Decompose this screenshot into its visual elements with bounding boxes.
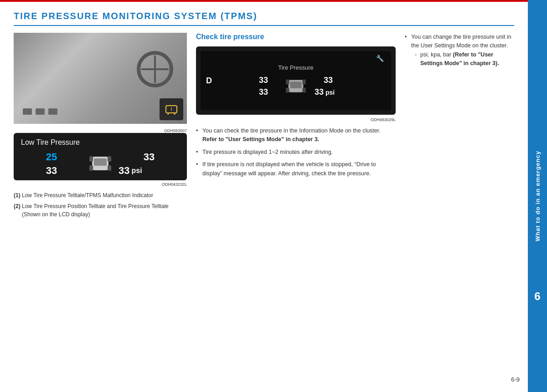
cluster-car-icon xyxy=(283,76,309,97)
right-column: You can change the tire pressure unit in… xyxy=(405,33,514,221)
image-label-2: ODH043232L xyxy=(14,182,187,187)
bullet-3-text: If tire pressure is not displayed when t… xyxy=(202,161,376,176)
svg-rect-11 xyxy=(290,81,301,88)
cluster-front-right: 33 xyxy=(315,76,342,85)
front-left-pressure: 25 xyxy=(21,151,82,163)
rear-right-with-unit: 33 psi xyxy=(119,165,180,177)
cluster-front-left: 33 xyxy=(250,76,277,85)
chapter-box: 6 xyxy=(528,283,547,310)
list-item-2: Low Tire Pressure Position Telltale and … xyxy=(14,202,187,219)
front-right-pressure: 33 xyxy=(119,151,180,163)
cluster-rear-left: 33 xyxy=(250,87,277,97)
middle-column: Check tire pressure 🔧 D Tire Pressure 33 xyxy=(196,33,396,221)
bullet-item-1: You can check the tire pressure in the I… xyxy=(196,127,396,144)
bullet-item-3: If tire pressure is not displayed when t… xyxy=(196,160,396,178)
svg-text:!: ! xyxy=(170,107,172,112)
svg-rect-13 xyxy=(303,79,306,84)
right-bullet-1: You can change the tire pressure unit in… xyxy=(405,33,514,68)
right-sub-bullet-1: psi, kpa, bar (Refer to "User Settings M… xyxy=(411,51,514,68)
content-columns: ! ODH063007 Low Tire Pressure 25 xyxy=(14,33,514,221)
svg-rect-15 xyxy=(303,87,306,92)
bullet-1-bold: Refer to "User Settings Mode" in chapter… xyxy=(202,136,319,143)
tpms-warning-overlay: ! xyxy=(160,98,183,120)
cluster-display: 🔧 D Tire Pressure 33 xyxy=(196,46,396,115)
right-sub-bullet-bold: (Refer to "User Settings Mode" in chapte… xyxy=(420,51,499,66)
image-label-1: ODH063007 xyxy=(14,128,187,133)
tpms-warning-icon: ! xyxy=(163,101,180,117)
rear-right-pressure: 33 xyxy=(119,165,129,177)
dash-button-1 xyxy=(23,108,32,115)
cluster-rear-right-unit: 33 psi xyxy=(315,87,342,97)
cluster-rear-right: 33 xyxy=(315,87,324,97)
svg-rect-7 xyxy=(108,156,111,162)
bullet-2-text: Tire pressure is displayed 1~2 minutes a… xyxy=(202,149,333,155)
section-title: Check tire pressure xyxy=(196,33,396,41)
low-pressure-display: Low Tire Pressure 25 xyxy=(14,133,187,180)
dash-button-3 xyxy=(48,108,57,115)
svg-rect-9 xyxy=(108,165,111,171)
pressure-unit: psi xyxy=(131,167,142,175)
steering-wheel-icon xyxy=(137,51,173,87)
right-sidebar: What to do in an emergency 6 xyxy=(528,0,547,392)
cluster-tire-text: Tire Pressure xyxy=(278,64,314,71)
list-item-1: Low Tire Pressure Telltale/TPMS Malfunct… xyxy=(14,191,187,199)
pressure-grid: 25 33 xyxy=(21,151,180,177)
cluster-unit: psi xyxy=(325,89,335,96)
page-title: TIRE PRESSURE MONITORING SYSTEM (TPMS) xyxy=(14,11,514,26)
chapter-number: 6 xyxy=(534,290,540,303)
cluster-d-label: D xyxy=(206,76,212,86)
car-top-view-icon xyxy=(86,152,115,176)
wrench-icon: 🔧 xyxy=(376,55,384,62)
svg-rect-8 xyxy=(89,165,93,171)
numbered-list: Low Tire Pressure Telltale/TPMS Malfunct… xyxy=(14,191,187,219)
dash-button-2 xyxy=(36,108,45,115)
svg-rect-5 xyxy=(94,158,107,166)
cluster-car-top-view xyxy=(283,76,309,97)
dashboard-details xyxy=(23,108,57,115)
svg-rect-12 xyxy=(286,79,289,84)
page-number: 6-9 xyxy=(511,376,520,383)
car-icon-center xyxy=(86,152,115,176)
cluster-pressure-grid: 33 33 33 xyxy=(250,76,342,97)
svg-rect-6 xyxy=(89,156,93,162)
cluster-display-inner: 🔧 D Tire Pressure 33 xyxy=(201,51,391,110)
sidebar-label: What to do in an emergency xyxy=(534,151,541,241)
bullet-section: You can check the tire pressure in the I… xyxy=(196,127,396,178)
bullet-item-2: Tire pressure is displayed 1~2 minutes a… xyxy=(196,148,396,157)
low-pressure-title: Low Tire Pressure xyxy=(21,138,180,147)
dashboard-image: ! xyxy=(14,33,187,124)
main-content: TIRE PRESSURE MONITORING SYSTEM (TPMS) xyxy=(0,2,528,392)
rear-left-pressure: 33 xyxy=(21,165,82,177)
svg-rect-14 xyxy=(286,87,289,92)
image-label-3: ODH063029L xyxy=(196,117,396,122)
left-column: ! ODH063007 Low Tire Pressure 25 xyxy=(14,33,187,221)
